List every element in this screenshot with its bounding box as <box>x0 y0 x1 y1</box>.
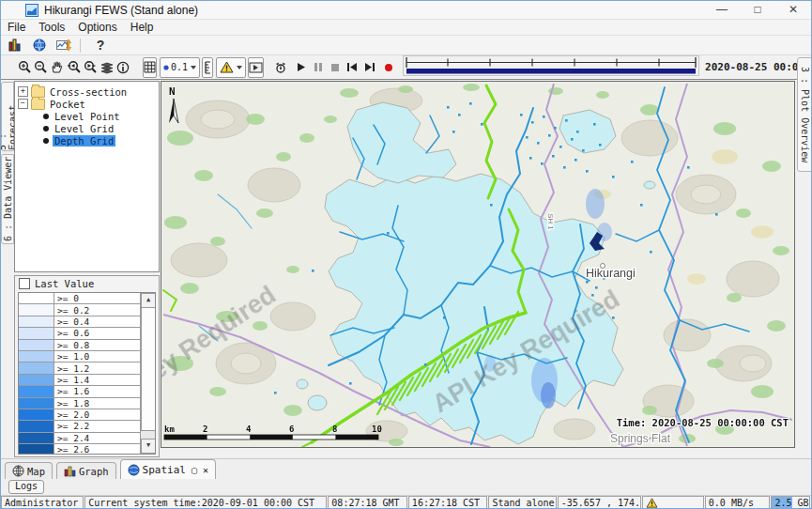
expand-plus-icon[interactable]: + <box>18 86 28 97</box>
sidebar-tab-forecast[interactable]: 5 : Forecast <box>1 82 14 151</box>
record-icon[interactable] <box>384 58 393 77</box>
zoom-previous-icon[interactable] <box>66 58 81 77</box>
stop-icon[interactable] <box>330 58 340 77</box>
scroll-up-icon[interactable]: ▲ <box>141 293 156 308</box>
logs-tab[interactable]: Logs <box>8 480 44 494</box>
pause-icon[interactable] <box>314 58 323 77</box>
menu-tools[interactable]: Tools <box>32 21 71 34</box>
spatial-display-icon[interactable] <box>29 37 50 54</box>
minimize-button[interactable]: — <box>704 1 740 19</box>
zoom-out-icon[interactable] <box>34 58 48 77</box>
tree-item-pocket[interactable]: − Pocket <box>15 98 159 110</box>
last-value-checkbox-row[interactable]: Last Value <box>15 276 159 290</box>
svg-text:2: 2 <box>203 424 207 434</box>
legend-row[interactable]: >= 1.0 <box>19 351 141 362</box>
node-bullet-icon <box>43 114 49 119</box>
scroll-down-icon[interactable]: ▼ <box>141 439 156 454</box>
legend-row-label: >= 1.6 <box>54 386 89 396</box>
grid-layer-icon[interactable] <box>143 57 157 78</box>
legend-row[interactable]: >= 1.8 <box>19 398 141 409</box>
legend-row-label: >= 2.4 <box>54 433 89 443</box>
menu-help[interactable]: Help <box>124 21 161 34</box>
chevron-down-icon <box>191 66 196 69</box>
legend-row[interactable]: >= 0.8 <box>19 340 141 351</box>
sidebar-tab-plot-overview[interactable]: 3 : Plot Overview <box>797 57 812 172</box>
maximize-button[interactable]: □ <box>740 1 775 19</box>
grid-display-icon[interactable] <box>5 37 25 54</box>
zoom-next-icon[interactable] <box>83 58 98 77</box>
step-start-icon[interactable] <box>346 58 358 77</box>
tab-maximize-icon[interactable]: ▢ <box>192 465 197 475</box>
legend-row[interactable]: >= 2.6 <box>19 444 141 455</box>
map-viewport[interactable]: API Key Required API Key Required Hikura… <box>161 81 795 448</box>
legend-row-label: >= 2.2 <box>54 421 89 431</box>
title-bar[interactable]: Hikurangi FEWS (Stand alone) — □ ✕ <box>1 1 811 20</box>
legend-color-swatch <box>19 316 54 327</box>
legend-table: >= 0 >= 0.2 >= 0.4 >= 0.6 >= 0.8 >= 1.0 … <box>18 292 156 455</box>
collapse-minus-icon[interactable]: − <box>18 99 28 109</box>
tree-item-level-point[interactable]: Level Point <box>15 110 159 122</box>
legend-color-swatch <box>19 421 54 431</box>
contour-interval-dropdown[interactable]: 0.1 <box>160 57 200 78</box>
play-icon[interactable] <box>296 58 306 77</box>
warning-dropdown[interactable] <box>216 57 246 78</box>
open-display-icon[interactable] <box>248 57 264 78</box>
last-value-label: Last Value <box>35 278 94 289</box>
tab-close-icon[interactable]: ✕ <box>203 465 208 475</box>
legend-row-label: >= 0.6 <box>54 328 89 338</box>
tab-spatial[interactable]: Spatial ▢ ✕ <box>120 459 216 479</box>
legend-row[interactable]: >= 1.6 <box>19 386 141 397</box>
pan-hand-icon[interactable] <box>50 58 64 77</box>
step-end-icon[interactable] <box>364 58 375 77</box>
legend-row[interactable]: >= 2.4 <box>19 433 141 444</box>
main-toolbar: ? <box>1 36 811 55</box>
svg-text:km: km <box>164 424 175 434</box>
status-gmt-time: 08:27:18 GMT <box>328 496 407 509</box>
time-slider[interactable] <box>403 55 699 79</box>
scrollbar-thumb[interactable] <box>141 307 156 431</box>
map-time-label: Time: 2020-08-25 00:00:00 CST <box>617 417 789 428</box>
timeseries-display-icon[interactable] <box>54 37 74 54</box>
legend-color-swatch <box>19 340 54 350</box>
menu-file[interactable]: File <box>1 21 32 34</box>
legend-row[interactable]: >= 0 <box>19 293 141 304</box>
legend-row[interactable]: >= 2.2 <box>19 421 141 432</box>
legend-row[interactable]: >= 0.4 <box>19 316 141 328</box>
folder-icon <box>31 99 45 110</box>
layers-icon[interactable] <box>100 58 115 77</box>
globe-grid-icon <box>12 465 24 477</box>
legend-row[interactable]: >= 1.4 <box>19 375 141 386</box>
legend-scrollbar[interactable]: ▲ ▼ <box>140 293 155 454</box>
info-icon[interactable] <box>116 58 130 77</box>
tab-map[interactable]: Map <box>5 462 53 479</box>
svg-text:6: 6 <box>289 424 294 434</box>
tree-item-depth-grid[interactable]: Depth Grid <box>15 134 159 147</box>
app-window: Hikurangi FEWS (Stand alone) — □ ✕ File … <box>0 0 812 509</box>
bottom-tab-bar: Map Graph Spatial ▢ ✕ <box>1 458 811 479</box>
app-icon <box>25 4 38 17</box>
legend-color-swatch <box>19 362 54 373</box>
legend-row[interactable]: >= 0.6 <box>19 328 141 339</box>
north-arrow: N <box>169 85 178 123</box>
legend-row[interactable]: >= 1.2 <box>19 362 141 374</box>
legend-row[interactable]: >= 2.0 <box>19 409 141 421</box>
legend-color-swatch <box>19 293 54 303</box>
legend-color-swatch <box>19 351 54 362</box>
close-button[interactable]: ✕ <box>775 1 811 19</box>
node-bullet-icon <box>43 126 49 131</box>
help-icon[interactable]: ? <box>90 37 111 54</box>
checkbox-icon[interactable] <box>19 278 30 289</box>
legend-row[interactable]: >= 0.2 <box>19 304 141 316</box>
animation-settings-icon[interactable] <box>273 58 288 77</box>
tab-graph[interactable]: Graph <box>56 462 116 479</box>
map-canvas[interactable]: API Key Required API Key Required Hikura… <box>161 82 794 447</box>
legend-row-label: >= 1.4 <box>54 375 89 385</box>
status-coordinates: -35.657 , 174.199 <box>558 496 641 509</box>
sidebar-tab-data-viewer[interactable]: 6 : Data Viewer <box>1 154 14 244</box>
zoom-in-icon[interactable] <box>18 58 32 77</box>
ruler-icon[interactable] <box>202 57 213 78</box>
menu-options[interactable]: Options <box>71 21 123 34</box>
status-warning-cell[interactable] <box>642 496 704 509</box>
scale-bar: km 2 4 6 8 10 <box>164 424 382 440</box>
tree-item-level-grid[interactable]: Level Grid <box>15 122 159 134</box>
